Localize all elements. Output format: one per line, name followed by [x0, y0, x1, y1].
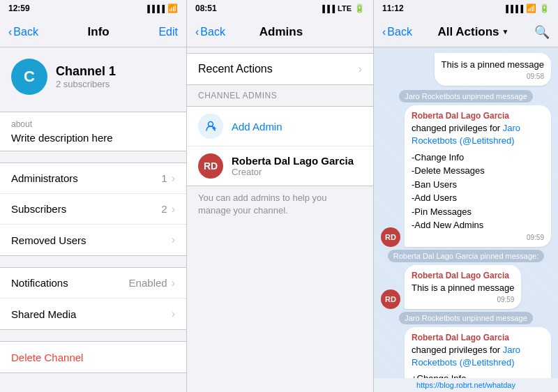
add-admin-icon [198, 114, 223, 139]
recent-actions-label: Recent Actions [198, 63, 273, 75]
msg-text-3: changed privileges for Jaro Rocketbots (… [412, 344, 544, 369]
msg-row-1: RD Roberta Dal Lago Garcia changed privi… [381, 105, 551, 246]
panel-info: 12:59 ▐▐▐▐ 📶 ‹ Back Info Edit C Channel … [0, 0, 187, 392]
recent-actions-section: Recent Actions › [187, 53, 373, 85]
add-admin-row[interactable]: Add Admin [187, 107, 373, 146]
search-icon-chat[interactable]: 🔍 [534, 24, 550, 40]
priv-item-1-1: -Delete Messages [412, 164, 544, 178]
chevron-left-icon-2: ‹ [195, 26, 199, 38]
administrators-label: Administrators [11, 172, 78, 184]
priv-item-1-3: -Add Users [412, 191, 544, 205]
nav-title-3: All Actions [437, 25, 499, 39]
about-label: about [11, 119, 175, 129]
channel-name: Channel 1 [56, 64, 116, 79]
time-2: 08:51 [195, 3, 217, 13]
priv-item-1-5: -Add New Admins [412, 218, 544, 232]
channel-subscribers-count: 2 subscribers [56, 79, 116, 89]
signal-battery-2: ▐▐▐ LTE 🔋 [320, 3, 365, 13]
edit-button-1[interactable]: Edit [158, 26, 178, 38]
status-bar-3: 11:12 ▐▐▐▐ 📶 🔋 [374, 0, 558, 17]
recent-actions-row[interactable]: Recent Actions › [187, 54, 373, 84]
msg-bubble-2: Roberta Dal Lago Garcia This is a pinned… [405, 265, 521, 309]
priv-item-1-0: -Change Info [412, 151, 544, 165]
nav-title-2: Admins [259, 25, 303, 39]
subscribers-row[interactable]: Subscribers 2 › [0, 194, 186, 225]
shared-media-label: Shared Media [11, 308, 76, 320]
delete-channel-button[interactable]: Delete Channel [0, 342, 186, 372]
admin-avatar: RD [198, 153, 223, 179]
watermark: https://blog.robrt.net/whatday [374, 378, 558, 392]
pinned-msg-2-text: This is a pinned message [412, 282, 514, 294]
removed-users-right: › [172, 234, 175, 246]
channel-avatar: C [11, 59, 47, 95]
msg-bubble-1: Roberta Dal Lago Garcia changed privileg… [405, 105, 551, 246]
chevron-right-icon-recent: › [359, 63, 362, 75]
subscribers-right: 2 › [161, 203, 175, 216]
chevron-left-icon-3: ‹ [382, 26, 386, 38]
signal-icon-1: ▐▐▐▐ [145, 5, 165, 13]
lte-label: LTE [338, 4, 352, 13]
priv-item-3-0: +Change Info [412, 372, 544, 378]
notifications-right: Enabled › [129, 277, 175, 289]
battery-icon-2: 🔋 [354, 3, 365, 13]
administrators-right: 1 › [161, 172, 175, 185]
msg-sender-2: Roberta Dal Lago Garcia [412, 271, 514, 280]
back-button-3[interactable]: ‹ Back [382, 26, 412, 38]
help-text: You can add admins to help you manage yo… [187, 186, 373, 223]
channel-info: Channel 1 2 subscribers [56, 64, 116, 89]
notifications-value: Enabled [129, 277, 167, 289]
status-bar-2: 08:51 ▐▐▐ LTE 🔋 [187, 0, 373, 17]
channel-header: C Channel 1 2 subscribers [0, 47, 186, 106]
msg-text-1: changed privileges for Jaro Rocketbots (… [412, 122, 544, 147]
chat-nav-bar: ‹ Back All Actions ▼ 🔍 [374, 17, 558, 47]
admin-row[interactable]: RD Roberta Dal Lago Garcia Creator [187, 146, 373, 186]
signal-icon-3: ▐▐▐▐ [504, 5, 523, 13]
signal-wifi-battery-1: ▐▐▐▐ 📶 [145, 3, 178, 13]
channel-admins-header: CHANNEL ADMINS [187, 85, 373, 103]
back-button-1[interactable]: ‹ Back [8, 26, 38, 38]
notifications-label: Notifications [11, 277, 68, 289]
system-msg-2: Roberta Dal Lago Garcia pinned message: [388, 250, 545, 262]
chevron-right-icon-notif: › [172, 277, 175, 289]
wifi-icon-3: 📶 [526, 3, 536, 13]
pinned-msg-time: 09:58 [442, 73, 544, 80]
administrators-count: 1 [161, 172, 167, 184]
time-1: 12:59 [8, 3, 30, 13]
pinned-bubble: This is a pinned message 09:58 [435, 53, 551, 86]
msg-row-2: RD Roberta Dal Lago Garcia This is a pin… [381, 265, 551, 309]
subscribers-count: 2 [161, 203, 167, 215]
shared-media-row[interactable]: Shared Media › [0, 299, 186, 329]
chevron-left-icon-1: ‹ [8, 26, 12, 38]
jaro-link-3[interactable]: Jaro Rocketbots (@Letitshred) [412, 345, 520, 368]
status-bar-1: 12:59 ▐▐▐▐ 📶 [0, 0, 186, 17]
admins-section: Add Admin RD Roberta Dal Lago Garcia Cre… [187, 106, 373, 186]
dropdown-icon: ▼ [502, 28, 509, 36]
admin-list-section: Administrators 1 › Subscribers 2 › Remov… [0, 163, 186, 256]
back-button-2[interactable]: ‹ Back [195, 26, 225, 38]
chat-messages: This is a pinned message 09:58 Jaro Rock… [374, 47, 558, 378]
nav-bar-2: ‹ Back Admins [187, 17, 373, 47]
removed-users-row[interactable]: Removed Users › [0, 225, 186, 255]
subscribers-label: Subscribers [11, 203, 66, 215]
jaro-link-1[interactable]: Jaro Rocketbots (@Letitshred) [412, 123, 520, 146]
pinned-msg-text: This is a pinned message [442, 59, 544, 71]
shared-media-right: › [172, 308, 175, 320]
wifi-icon-1: 📶 [167, 3, 178, 13]
pinned-message-row: This is a pinned message 09:58 [381, 53, 551, 86]
admin-details: Roberta Dal Lago Garcia Creator [232, 155, 354, 177]
signal-battery-3: ▐▐▐▐ 📶 🔋 [504, 3, 550, 13]
system-msg-3: Jaro Rocketbots unpinned message [399, 312, 533, 324]
msg-sender-1: Roberta Dal Lago Garcia [412, 111, 544, 121]
nav-bar-1: ‹ Back Info Edit [0, 17, 186, 47]
notifications-row[interactable]: Notifications Enabled › [0, 268, 186, 299]
administrators-row[interactable]: Administrators 1 › [0, 163, 186, 194]
system-msg-1: Jaro Rocketbots unpinned message [399, 90, 533, 103]
battery-icon-3: 🔋 [539, 3, 550, 13]
msg-time-1: 09:59 [412, 234, 544, 241]
settings-section: Notifications Enabled › Shared Media › [0, 267, 186, 330]
priv-list-1: -Change Info -Delete Messages -Ban Users… [412, 151, 544, 232]
msg-avatar-1: RD [381, 227, 400, 247]
panel-admins: 08:51 ▐▐▐ LTE 🔋 ‹ Back Admins Recent Act… [187, 0, 374, 392]
msg-row-3: RD Roberta Dal Lago Garcia changed privi… [381, 327, 551, 378]
pinned-msg-2-time: 09:59 [412, 296, 514, 303]
